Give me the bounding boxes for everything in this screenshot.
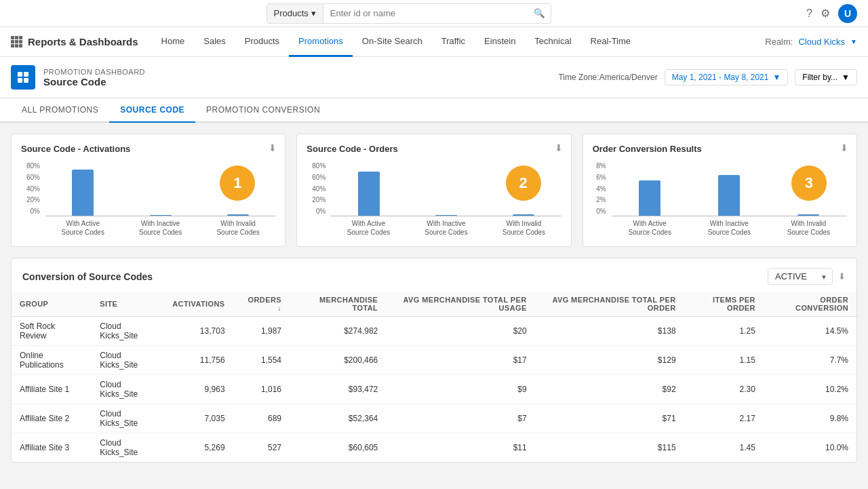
cell-items-order: 2.17 — [684, 404, 764, 433]
nav-bar: Reports & Dashboards Home Sales Products… — [0, 27, 868, 57]
bar-orders-active — [336, 172, 400, 216]
col-orders[interactable]: ORDERS ↓ — [233, 292, 290, 317]
chart-orders: Source Code - Orders ⬇ 80%60%40%20%0% — [296, 134, 571, 247]
chart-orders-download[interactable]: ⬇ — [555, 142, 563, 153]
bar-conv-inactive — [696, 175, 762, 216]
dashboard-icon — [11, 65, 35, 90]
bar-invalid — [206, 214, 270, 216]
chart-conversion: Order Conversion Results ⬇ 8%6%4%2%0% — [583, 134, 857, 247]
conversion-table: GROUP SITE ACTIVATIONS ORDERS ↓ MERCHAND… — [12, 292, 856, 462]
bar-orders-inactive-rect — [435, 215, 457, 216]
nav-item-home[interactable]: Home — [152, 27, 195, 57]
cell-order-conv: 10.2% — [764, 375, 856, 404]
cell-activations: 7,035 — [164, 404, 233, 433]
realm-chevron: ▼ — [850, 38, 857, 45]
search-button[interactable]: 🔍 — [528, 8, 551, 18]
bar-active — [51, 170, 115, 216]
cell-avg-merch-usage: $11 — [386, 433, 534, 463]
filter-chevron: ▼ — [842, 73, 850, 82]
chart-orders-title: Source Code - Orders — [307, 144, 561, 154]
col-avg-merch-order: AVG MERCHANDISE TOTAL PER ORDER — [535, 292, 684, 317]
utility-bar: Products ▾ 🔍 ? ⚙ U — [0, 0, 868, 27]
label-inactive: With InactiveSource Codes — [128, 216, 192, 237]
chart-activations-title: Source Code - Activations — [21, 144, 275, 154]
label-conv-invalid: With InvalidSource Codes — [776, 216, 842, 237]
tab-all-promotions[interactable]: ALL PROMOTIONS — [11, 98, 109, 123]
label-orders-invalid: With InvalidSource Codes — [492, 216, 555, 237]
help-icon[interactable]: ? — [806, 7, 812, 20]
chart-activations: Source Code - Activations ⬇ 80%60%40%20%… — [11, 134, 285, 247]
bar-conv-invalid — [776, 214, 842, 216]
search-input[interactable] — [323, 4, 528, 23]
nav-logo-text: Reports & Dashboards — [28, 36, 138, 47]
charts-row: Source Code - Activations ⬇ 80%60%40%20%… — [11, 134, 857, 247]
chart-activations-labels: With ActiveSource Codes With InactiveSou… — [45, 216, 275, 237]
bar-conv-active — [617, 180, 683, 216]
bar-orders-invalid — [492, 214, 555, 216]
cell-merch-total: $200,466 — [290, 346, 386, 375]
cell-orders: 1,987 — [233, 317, 290, 346]
cell-orders: 527 — [233, 433, 290, 463]
bar-invalid-rect — [227, 214, 249, 216]
timezone-label: Time Zone:America/Denver — [558, 73, 657, 82]
label-orders-inactive: With InactiveSource Codes — [414, 216, 478, 237]
nav-item-einstein[interactable]: Einstein — [475, 27, 525, 57]
search-container: Products ▾ 🔍 — [267, 3, 551, 24]
tab-bar: ALL PROMOTIONS SOURCE CODE PROMOTION CON… — [0, 98, 868, 123]
conversion-download-icon[interactable]: ⬇ — [838, 271, 846, 281]
cell-merch-total: $93,472 — [290, 375, 386, 404]
cell-avg-merch-usage: $7 — [386, 404, 534, 433]
chart2-badge: 2 — [506, 165, 541, 201]
tab-source-code[interactable]: SOURCE CODE — [109, 98, 195, 123]
filter-label: Filter by... — [802, 73, 837, 82]
cell-activations: 5,269 — [164, 433, 233, 463]
user-avatar[interactable]: U — [838, 4, 857, 23]
nav-item-traffic[interactable]: Traffic — [432, 27, 475, 57]
chart-orders-labels: With ActiveSource Codes With InactiveSou… — [331, 216, 561, 237]
chart3-badge: 3 — [791, 165, 827, 201]
chart-conversion-title: Order Conversion Results — [593, 144, 847, 154]
cell-items-order: 1.25 — [684, 317, 764, 346]
cell-merch-total: $60,605 — [290, 433, 386, 463]
apps-icon[interactable] — [11, 36, 22, 47]
nav-items: Home Sales Products Promotions On-Site S… — [152, 27, 766, 57]
nav-item-onsite-search[interactable]: On-Site Search — [353, 27, 432, 57]
filter-button[interactable]: Filter by... ▼ — [795, 69, 857, 85]
active-select[interactable]: ACTIVE INACTIVE ALL — [768, 268, 833, 285]
nav-item-sales[interactable]: Sales — [194, 27, 235, 57]
product-select-label: Products — [274, 8, 309, 18]
nav-right: Realm: Cloud Kicks ▼ — [765, 37, 857, 47]
chart-activations-download[interactable]: ⬇ — [269, 142, 277, 153]
tab-promotion-conversion[interactable]: PROMOTION CONVERSION — [195, 98, 331, 123]
chart1-badge: 1 — [220, 165, 255, 201]
cell-avg-merch-order: $115 — [535, 433, 684, 463]
svg-rect-3 — [24, 78, 28, 83]
nav-item-technical[interactable]: Technical — [525, 27, 580, 57]
bar-conv-active-rect — [639, 180, 660, 216]
cell-order-conv: 9.8% — [764, 404, 856, 433]
cell-items-order: 1.45 — [684, 433, 764, 463]
table-body: Soft Rock Review Cloud Kicks_Site 13,703… — [12, 317, 856, 463]
dashboard-header-right: Time Zone:America/Denver May 1, 2021 - M… — [558, 69, 857, 85]
cell-site: Cloud Kicks_Site — [92, 404, 164, 433]
cell-site: Cloud Kicks_Site — [92, 433, 164, 463]
date-range-button[interactable]: May 1, 2021 - May 8, 2021 ▼ — [665, 69, 789, 85]
settings-icon[interactable]: ⚙ — [821, 7, 830, 20]
col-order-conv: ORDER CONVERSION — [764, 292, 856, 317]
nav-item-promotions[interactable]: Promotions — [289, 27, 353, 57]
col-site: SITE — [92, 292, 164, 317]
nav-item-products[interactable]: Products — [235, 27, 289, 57]
product-select[interactable]: Products ▾ — [267, 4, 323, 23]
chart-conversion-download[interactable]: ⬇ — [840, 142, 848, 153]
realm-label: Realm: — [765, 37, 793, 47]
bar-orders-active-rect — [358, 172, 380, 216]
utility-bar-right: ? ⚙ U — [806, 4, 857, 23]
nav-item-realtime[interactable]: Real-Time — [581, 27, 640, 57]
cell-group: Affiliate Site 1 — [12, 375, 92, 404]
table-header-row: GROUP SITE ACTIVATIONS ORDERS ↓ MERCHAND… — [12, 292, 856, 317]
col-items-order: ITEMS PER ORDER — [684, 292, 764, 317]
date-range-text: May 1, 2021 - May 8, 2021 — [672, 73, 769, 82]
cell-avg-merch-order: $92 — [535, 375, 684, 404]
realm-value[interactable]: Cloud Kicks — [798, 37, 845, 47]
dashboard-title-block: PROMOTION DASHBOARD Source Code — [43, 68, 145, 87]
